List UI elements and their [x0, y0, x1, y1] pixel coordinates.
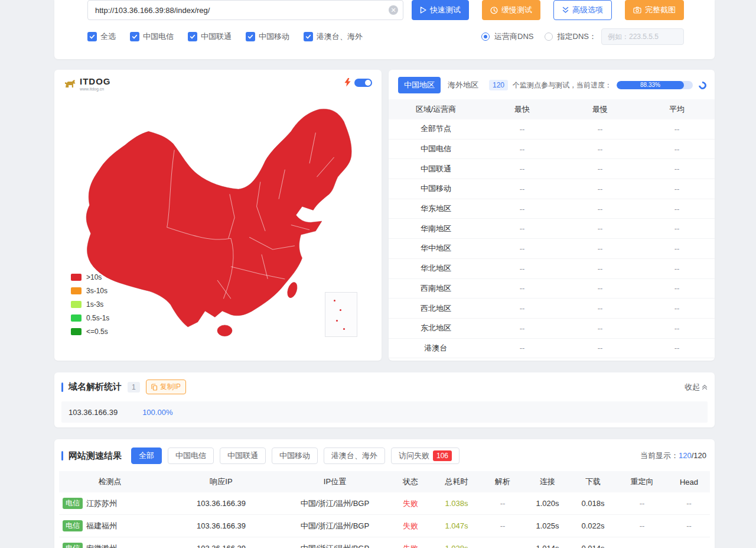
slow-test-button[interactable]: 缓慢测试: [482, 0, 540, 20]
isp-checkbox-group: 全选中国电信中国联通中国移动港澳台、海外: [87, 31, 363, 42]
slowest-value: --: [561, 244, 639, 253]
results-col-header: IP位置: [282, 476, 388, 487]
ip-location-cell: 中国/浙江/温州/BGP: [282, 498, 388, 509]
quick-test-label: 快速测试: [430, 5, 461, 15]
map-mode-toggle[interactable]: [354, 79, 372, 87]
isp-checkbox-label: 中国联通: [201, 31, 232, 42]
slowest-value: --: [561, 184, 639, 193]
region-name: 华东地区: [389, 203, 483, 214]
region-name: 中国移动: [389, 183, 483, 194]
custom-dns-input[interactable]: [601, 28, 684, 45]
full-screenshot-button[interactable]: 完整截图: [625, 0, 684, 20]
tab-overseas-region[interactable]: 海外地区: [445, 77, 484, 93]
results-panel: 网站测速结果 全部中国电信中国联通中国移动港澳台、海外访问失败106 当前显示：…: [54, 439, 715, 548]
custom-dns-label: 指定DNS：: [558, 31, 597, 42]
custom-dns-radio[interactable]: [545, 33, 553, 41]
loading-spinner-icon: [697, 80, 708, 90]
collapse-toggle[interactable]: 收起: [685, 382, 708, 393]
legend-item: 1s-3s: [71, 300, 109, 309]
checkbox-checked-icon: [188, 32, 197, 41]
legend-item: 0.5s-1s: [71, 314, 109, 322]
url-input-wrap: ✕: [87, 0, 403, 20]
results-filter-label: 全部: [139, 450, 154, 461]
region-name: 西南地区: [389, 283, 483, 294]
fastest-value: --: [483, 145, 561, 154]
page: ✕ 快速测试 缓慢测试 高级选项 完整截图: [54, 0, 715, 548]
results-filter-button[interactable]: 港澳台、海外: [324, 448, 385, 464]
legend-label: 0.5s-1s: [86, 314, 109, 322]
isp-checkbox[interactable]: 中国联通: [188, 31, 232, 42]
copy-ip-button[interactable]: 复制IP: [146, 380, 186, 394]
fail-count-badge: 106: [433, 450, 452, 461]
average-value: --: [639, 324, 715, 333]
legend-label: 1s-3s: [86, 300, 103, 309]
slowest-value: --: [561, 304, 639, 313]
isp-checkbox[interactable]: 中国电信: [130, 31, 174, 42]
head-time-cell: --: [668, 499, 710, 508]
isp-checkbox-label: 中国电信: [143, 31, 174, 42]
logo-subtitle: www.itdog.cn: [80, 87, 111, 91]
region-name: 西北地区: [389, 303, 483, 314]
fastest-value: --: [483, 284, 561, 293]
display-count: 当前显示：120/120: [640, 450, 706, 461]
region-table-row: 华北地区------: [389, 259, 715, 279]
results-col-header: 状态: [388, 476, 433, 487]
fastest-value: --: [483, 184, 561, 193]
quick-test-button[interactable]: 快速测试: [412, 0, 469, 20]
status-cell: 失败: [388, 521, 433, 531]
isp-checkbox[interactable]: 全选: [87, 31, 116, 42]
logo-title: ITDOG: [80, 77, 111, 86]
average-value: --: [639, 125, 715, 134]
collapse-label: 收起: [685, 382, 700, 393]
result-row: 电信安徽滁州103.36.166.39中国/浙江/温州/BGP失败1.028s-…: [59, 537, 710, 548]
region-name: 华中地区: [389, 243, 483, 254]
head-time-cell: --: [668, 521, 710, 530]
total-time-cell: 1.038s: [433, 499, 480, 508]
results-filter-button[interactable]: 访问失败106: [391, 448, 460, 464]
progress-fill: 88.33%: [617, 81, 684, 89]
legend-label: 3s-10s: [86, 287, 107, 295]
ip-location-cell: 中国/浙江/温州/BGP: [282, 521, 388, 531]
url-input[interactable]: [87, 0, 403, 20]
node-name: 江苏苏州: [86, 498, 117, 509]
full-screenshot-label: 完整截图: [645, 5, 676, 15]
region-stats-panel: 中国地区 海外地区 120 个监测点参与测试，当前进度： 88.33% 区域/运…: [389, 70, 715, 361]
isp-checkbox-label: 中国移动: [259, 31, 289, 42]
carrier-dns-radio[interactable]: [481, 33, 490, 41]
slowest-value: --: [561, 224, 639, 233]
region-name: 东北地区: [389, 323, 483, 333]
results-filter-button[interactable]: 全部: [131, 448, 162, 464]
fastest-value: --: [483, 264, 561, 273]
slowest-value: --: [561, 343, 639, 352]
region-table-row: 全部节点------: [389, 119, 715, 140]
region-name: 中国联通: [389, 164, 483, 174]
clear-url-icon[interactable]: ✕: [389, 5, 398, 15]
node-cell: 电信江苏苏州: [59, 498, 161, 509]
isp-checkbox[interactable]: 中国移动: [246, 31, 289, 42]
advanced-options-button[interactable]: 高级选项: [553, 0, 612, 20]
redirect-time-cell: --: [616, 544, 668, 548]
slowest-value: --: [561, 145, 639, 154]
redirect-time-cell: --: [616, 521, 668, 530]
average-value: --: [639, 244, 715, 253]
results-filter-label: 港澳台、海外: [331, 450, 377, 461]
legend-item: >10s: [71, 273, 109, 281]
copy-icon: [151, 384, 158, 391]
display-count-current: 120: [679, 451, 692, 460]
region-name: 港澳台: [389, 343, 483, 354]
clock-icon: [490, 7, 498, 14]
connect-time-cell: 1.025s: [525, 521, 570, 530]
isp-checkbox[interactable]: 港澳台、海外: [304, 31, 363, 42]
fastest-value: --: [483, 205, 561, 213]
results-filter-button[interactable]: 中国移动: [272, 448, 318, 464]
tab-china-region[interactable]: 中国地区: [398, 77, 441, 93]
legend-swatch: [71, 287, 82, 294]
south-china-sea-inset: [325, 292, 357, 337]
itdog-logo[interactable]: ITDOG www.itdog.cn: [64, 77, 111, 91]
action-buttons: 快速测试 缓慢测试 高级选项 完整截图: [412, 0, 684, 20]
results-filter-button[interactable]: 中国联通: [220, 448, 266, 464]
results-header: 网站测速结果 全部中国电信中国联通中国移动港澳台、海外访问失败106 当前显示：…: [59, 446, 710, 464]
result-row: 电信江苏苏州103.36.166.39中国/浙江/温州/BGP失败1.038s-…: [59, 492, 710, 515]
results-filter-button[interactable]: 中国电信: [168, 448, 214, 464]
fastest-value: --: [483, 343, 561, 352]
